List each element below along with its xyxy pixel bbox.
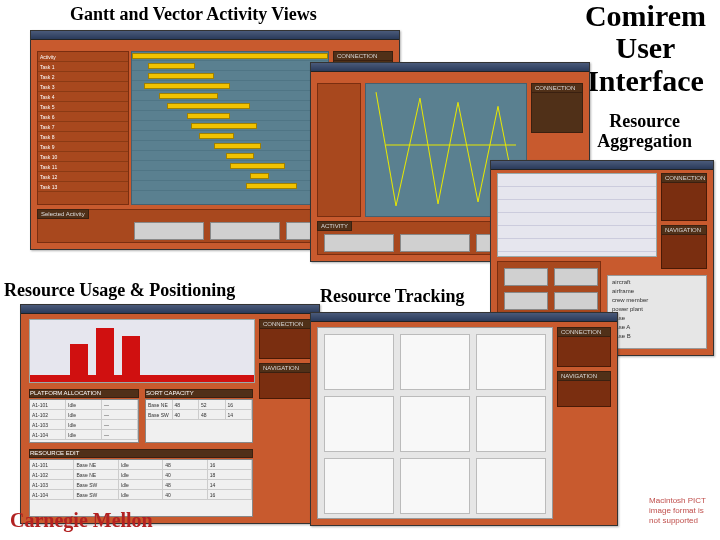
tree-item[interactable]: base A xyxy=(612,323,702,332)
tree-item[interactable]: airframe xyxy=(612,287,702,296)
table-row[interactable]: Base NE485216 xyxy=(146,400,252,410)
gantt-bar[interactable] xyxy=(199,133,234,139)
gantt-bar[interactable] xyxy=(214,143,261,149)
table-cell: Base SW xyxy=(74,490,118,499)
window-titlebar[interactable] xyxy=(491,161,713,170)
mini-info-1 xyxy=(134,222,204,240)
panel-connection-header: CONNECTION xyxy=(557,327,611,337)
svg-line-2 xyxy=(420,98,438,204)
window-titlebar[interactable] xyxy=(21,305,319,314)
gantt-row[interactable] xyxy=(132,162,328,171)
table-cell: 40 xyxy=(163,470,207,479)
gantt-bar[interactable] xyxy=(250,173,270,179)
tree-item[interactable]: crew member xyxy=(612,296,702,305)
gantt-row[interactable] xyxy=(132,62,328,71)
table-row[interactable]: A1-102Base NEIdle4018 xyxy=(30,470,252,480)
table-cell: 16 xyxy=(208,460,252,469)
gantt-row-label[interactable]: Activity xyxy=(38,52,128,62)
tracking-cell[interactable] xyxy=(476,334,546,390)
gantt-row[interactable] xyxy=(132,182,328,191)
gantt-bar[interactable] xyxy=(144,83,230,89)
table-row[interactable]: Base SW404814 xyxy=(146,410,252,420)
window-titlebar[interactable] xyxy=(31,31,399,40)
usage-histogram[interactable] xyxy=(29,319,255,383)
watermark-line: not supported xyxy=(649,516,698,525)
resource-tree[interactable]: aircraft airframe crew member power plan… xyxy=(607,275,707,349)
table-row[interactable]: A1-101Base NEIdle4816 xyxy=(30,460,252,470)
vector-activity-list[interactable] xyxy=(317,83,361,217)
panel-sort-capacity-header: SORT CAPACITY xyxy=(145,389,253,398)
table-cell: A1-102 xyxy=(30,410,66,419)
gantt-bar[interactable] xyxy=(159,93,218,99)
table-row[interactable]: A1-103Base SWIdle4814 xyxy=(30,480,252,490)
tracking-cell[interactable] xyxy=(476,396,546,452)
gantt-bar[interactable] xyxy=(226,153,253,159)
tracking-cell[interactable] xyxy=(400,458,470,514)
gantt-row-label[interactable]: Task 1 xyxy=(38,62,128,72)
gantt-row-label[interactable]: Task 4 xyxy=(38,92,128,102)
table-row[interactable]: A1-103Idle— xyxy=(30,420,138,430)
gantt-row-label[interactable]: Task 2 xyxy=(38,72,128,82)
window-titlebar[interactable] xyxy=(311,313,617,322)
gantt-bar[interactable] xyxy=(230,163,285,169)
tracking-cell[interactable] xyxy=(400,396,470,452)
gantt-bar[interactable] xyxy=(132,53,328,59)
tree-item[interactable]: base B xyxy=(612,332,702,341)
title-main-line3: Interface xyxy=(587,64,704,97)
watermark-line: Macintosh PICT xyxy=(649,496,706,505)
table-row[interactable]: A1-104Idle— xyxy=(30,430,138,440)
gantt-row-label[interactable]: Task 12 xyxy=(38,172,128,182)
gantt-row-label[interactable]: Task 6 xyxy=(38,112,128,122)
gantt-bar[interactable] xyxy=(148,63,195,69)
aggregation-bands[interactable] xyxy=(497,173,657,257)
panel-resource-edit-header: RESOURCE EDIT xyxy=(29,449,253,458)
tracking-viewport[interactable] xyxy=(317,327,553,519)
gantt-row-label[interactable]: Task 7 xyxy=(38,122,128,132)
gantt-row[interactable] xyxy=(132,92,328,101)
tracking-cell[interactable] xyxy=(476,458,546,514)
gantt-bar[interactable] xyxy=(187,113,230,119)
gantt-row[interactable] xyxy=(132,132,328,141)
table-row[interactable]: A1-104Base SWIdle4016 xyxy=(30,490,252,500)
gantt-row-label[interactable]: Task 13 xyxy=(38,182,128,192)
tree-item[interactable]: power plant xyxy=(612,305,702,314)
gantt-bar[interactable] xyxy=(167,103,249,109)
table-sort-capacity[interactable]: Base NE485216Base SW404814 xyxy=(145,399,253,443)
svg-line-4 xyxy=(458,102,478,202)
table-platform-allocation[interactable]: A1-101Idle—A1-102Idle—A1-103Idle—A1-104I… xyxy=(29,399,139,443)
gantt-bar[interactable] xyxy=(148,73,215,79)
tracking-cell[interactable] xyxy=(400,334,470,390)
gantt-row-label[interactable]: Task 10 xyxy=(38,152,128,162)
gantt-row[interactable] xyxy=(132,52,328,61)
gantt-row-label[interactable]: Task 3 xyxy=(38,82,128,92)
window-resource-usage: CONNECTION NAVIGATION PLATFORM ALLOCATIO… xyxy=(20,304,320,524)
gantt-row[interactable] xyxy=(132,112,328,121)
gantt-row[interactable] xyxy=(132,142,328,151)
tracking-cell[interactable] xyxy=(324,396,394,452)
gantt-row[interactable] xyxy=(132,72,328,81)
tree-item[interactable]: base xyxy=(612,314,702,323)
table-cell: Idle xyxy=(119,490,163,499)
gantt-row-label[interactable]: Task 8 xyxy=(38,132,128,142)
gantt-row-label[interactable]: Task 5 xyxy=(38,102,128,112)
tracking-cell[interactable] xyxy=(324,458,394,514)
gantt-row-label[interactable]: Task 11 xyxy=(38,162,128,172)
gantt-row[interactable] xyxy=(132,172,328,181)
tracking-cell[interactable] xyxy=(324,334,394,390)
gantt-row[interactable] xyxy=(132,122,328,131)
window-titlebar[interactable] xyxy=(311,63,589,72)
title-aggregation-line2: Aggregation xyxy=(597,131,692,151)
gantt-bar[interactable] xyxy=(191,123,258,129)
gantt-chart[interactable] xyxy=(131,51,329,205)
gantt-bar[interactable] xyxy=(246,183,297,189)
panel-connection: CONNECTION xyxy=(259,319,313,359)
gantt-row[interactable] xyxy=(132,152,328,161)
panel-navigation: NAVIGATION xyxy=(557,371,611,407)
tree-item[interactable]: aircraft xyxy=(612,278,702,287)
gantt-row[interactable] xyxy=(132,82,328,91)
table-row[interactable]: A1-101Idle— xyxy=(30,400,138,410)
gantt-row-label[interactable]: Task 9 xyxy=(38,142,128,152)
table-row[interactable]: A1-102Idle— xyxy=(30,410,138,420)
gantt-row[interactable] xyxy=(132,102,328,111)
gantt-activity-list[interactable]: ActivityTask 1Task 2Task 3Task 4Task 5Ta… xyxy=(37,51,129,205)
